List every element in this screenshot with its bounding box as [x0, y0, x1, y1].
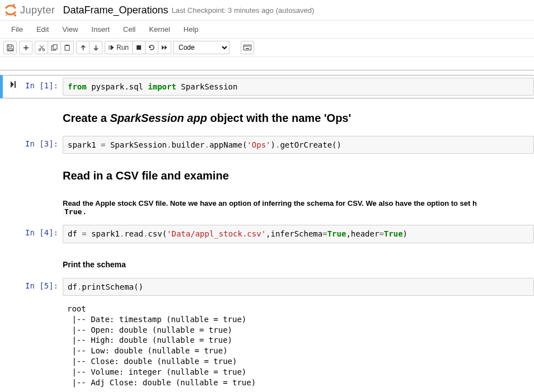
svg-rect-7: [65, 45, 69, 50]
svg-rect-9: [137, 45, 141, 50]
markdown-heading: Read in a CSV file and examine: [63, 169, 534, 182]
menu-insert[interactable]: Insert: [85, 21, 116, 38]
cut-button[interactable]: [35, 41, 48, 54]
header-bar: Jupyter DataFrame_Operations Last Checkp…: [0, 0, 534, 20]
paste-button[interactable]: [60, 41, 74, 54]
markdown-text: Read the Apple stock CSV file. Note we h…: [63, 199, 534, 216]
output-cell: root |-- Date: timestamp (nullable = tru…: [0, 298, 534, 390]
jupyter-logo-text: Jupyter: [20, 4, 55, 16]
svg-rect-15: [246, 48, 249, 49]
markdown-cell[interactable]: . Read the Apple stock CSV file. Note we…: [0, 191, 534, 223]
notebook-title[interactable]: DataFrame_Operations: [63, 4, 168, 16]
checkpoint-status: Last Checkpoint: 3 minutes ago: [172, 6, 274, 15]
toolbar: Run Code: [0, 39, 534, 57]
input-prompt: In [5]:: [24, 278, 63, 296]
output-text: root |-- Date: timestamp (nullable = tru…: [63, 300, 534, 388]
markdown-cell[interactable]: . Create a SparkSession app object with …: [0, 98, 534, 134]
move-up-button[interactable]: [76, 41, 90, 54]
menu-help[interactable]: Help: [177, 21, 205, 38]
command-palette-button[interactable]: [241, 41, 254, 54]
input-prompt: In [1]:: [24, 78, 63, 96]
svg-rect-14: [249, 46, 250, 47]
run-label: Run: [116, 44, 129, 51]
markdown-cell[interactable]: . Read in a CSV file and examine: [0, 156, 534, 191]
menu-edit[interactable]: Edit: [30, 21, 55, 38]
run-icon: [109, 45, 114, 50]
svg-rect-16: [15, 81, 16, 88]
save-icon: [7, 44, 14, 51]
code-cell[interactable]: In [5]: df.printSchema(): [0, 276, 534, 298]
code-cell[interactable]: In [3]: spark1 = SparkSession.builder.ap…: [0, 134, 534, 156]
step-forward-icon: [11, 81, 16, 88]
svg-rect-11: [245, 46, 246, 47]
restart-run-all-button[interactable]: [158, 41, 171, 54]
jupyter-logo[interactable]: Jupyter: [3, 3, 55, 17]
run-button[interactable]: Run: [105, 41, 133, 54]
arrow-up-icon: [80, 45, 86, 51]
markdown-cell[interactable]: . Print the schema: [0, 245, 534, 276]
autosave-status: (autosaved): [276, 6, 315, 15]
stop-icon: [136, 45, 142, 50]
arrow-down-icon: [93, 45, 99, 51]
menubar: File Edit View Insert Cell Kernel Help: [0, 20, 534, 39]
paste-icon: [64, 44, 71, 51]
svg-rect-10: [244, 45, 251, 50]
input-prompt: In [4]:: [24, 225, 63, 243]
markdown-heading: Print the schema: [63, 260, 534, 269]
copy-icon: [51, 44, 58, 51]
menu-cell[interactable]: Cell: [116, 21, 142, 38]
code-cell[interactable]: In [1]: from pyspark.sql import SparkSes…: [0, 75, 534, 98]
menu-view[interactable]: View: [55, 21, 85, 38]
restart-button[interactable]: [145, 41, 158, 54]
run-indicator: [3, 78, 24, 96]
code-input[interactable]: from pyspark.sql import SparkSession: [63, 78, 534, 96]
restart-icon: [148, 44, 155, 51]
fast-forward-icon: [161, 45, 168, 50]
keyboard-icon: [243, 45, 251, 50]
menu-kernel[interactable]: Kernel: [142, 21, 177, 38]
jupyter-logo-icon: [3, 3, 18, 17]
code-input[interactable]: spark1 = SparkSession.builder.appName('O…: [63, 136, 534, 154]
scissors-icon: [38, 44, 45, 51]
svg-point-1: [6, 15, 7, 16]
markdown-heading: Create a SparkSession app object with th…: [63, 112, 534, 125]
input-prompt: In [3]:: [24, 136, 63, 154]
save-button[interactable]: [3, 41, 17, 54]
plus-icon: [23, 45, 29, 51]
add-cell-button[interactable]: [19, 41, 32, 54]
svg-rect-8: [66, 45, 68, 46]
celltype-select[interactable]: Code: [174, 41, 229, 54]
interrupt-button[interactable]: [132, 41, 146, 54]
code-input[interactable]: df.printSchema(): [63, 278, 534, 296]
code-input[interactable]: df = spark1.read.csv('Data/appl_stock.cs…: [63, 225, 534, 243]
svg-rect-12: [246, 46, 247, 47]
code-cell[interactable]: In [4]: df = spark1.read.csv('Data/appl_…: [0, 223, 534, 245]
svg-rect-6: [53, 45, 57, 49]
menu-file[interactable]: File: [4, 21, 30, 38]
move-down-button[interactable]: [89, 41, 102, 54]
copy-button[interactable]: [48, 41, 61, 54]
svg-rect-13: [247, 46, 249, 47]
notebook-container: In [1]: from pyspark.sql import SparkSes…: [0, 70, 534, 392]
svg-point-2: [14, 15, 16, 17]
